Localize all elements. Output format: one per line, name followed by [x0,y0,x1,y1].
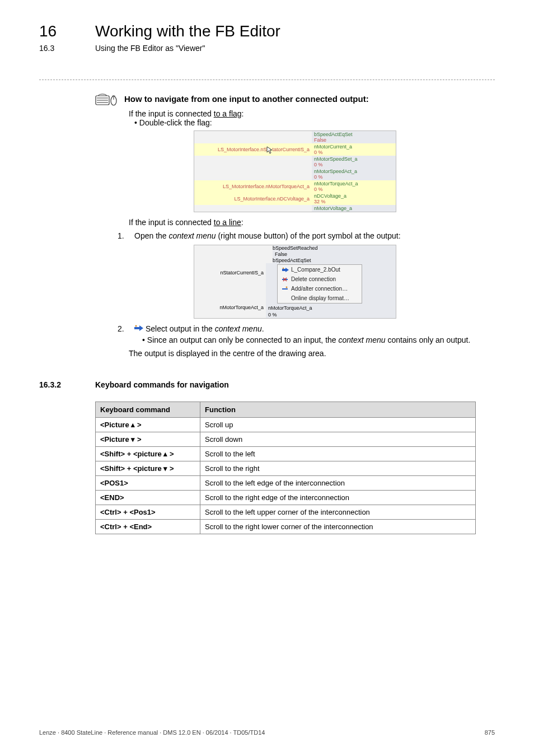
step2-em: context menu [215,324,262,333]
fig1-left-label: LS_MotorInterface.nMotorTorqueAct_a [194,180,312,193]
divider [39,80,495,80]
cell-command: <Ctrl> + <Pos1> [96,505,200,520]
cell-function: Scroll to the left [200,447,476,461]
th-function: Function [200,402,476,418]
case1-tail: : [242,109,244,118]
menu-item-format[interactable]: Online display format… [278,293,362,303]
goto-arrow-icon [134,325,143,332]
case2-intro: If the input is connected [129,218,214,227]
menu-label-goto: L_Compare_2.bOut [291,267,340,273]
fig1-right-cell: bSpeedActEqSetFalse [312,131,396,143]
fig1-right-cell: nMotorSpeedAct_a0 % [312,168,396,180]
fig2-bottom-val: 0 % [268,312,277,318]
case2-tail: : [241,218,243,227]
howto-text: How to navigate from one input to anothe… [124,94,369,104]
menu-label-delete: Delete connection [291,276,336,282]
fig2-label-2: False [273,251,396,258]
fig1-left-label: LS_MotorInterface.nDCVoltage_a [194,193,312,205]
svg-point-8 [286,286,288,288]
subsection-number: 16.3.2 [39,380,95,389]
fig1-right-cell: nMotorTorqueAct_a0 % [312,180,396,193]
cell-function: Scroll to the right edge of the intercon… [200,491,476,505]
fig1-left-label [194,205,312,212]
case1-line: If the input is connected to a flag: [129,109,495,118]
figure-1: bSpeedActEqSetFalseLS_MotorInterface.nSt… [95,130,495,212]
svg-point-3 [283,267,284,268]
table-row: <Picture ▾ >Scroll down [96,432,476,447]
delete-icon [282,277,288,282]
result-text: The output is displayed in the centre of… [129,349,495,358]
step-2: Select output in the context menu. • Sin… [118,324,495,344]
keyboard-table: Keyboard command Function <Picture ▴ >Sc… [95,402,476,534]
page-number: 875 [485,729,495,736]
step2-bullet-pre: Since an output can only be connected to… [147,335,339,344]
cell-command: <Shift> + <picture ▾ > [96,461,200,476]
fig1-left-label [194,168,312,180]
cell-command: <Picture ▴ > [96,418,200,432]
cell-command: <POS1> [96,476,200,491]
subsection-title: Keyboard commands for navigation [95,380,495,389]
step2-pre: Select output in the [146,324,215,333]
cell-function: Scroll down [200,432,476,447]
menu-item-goto[interactable]: L_Compare_2.bOut [278,265,362,274]
fig1-left-label [194,156,312,168]
case2-underline: to a line [214,218,241,227]
numbered-list-2: Select output in the context menu. • Sin… [118,324,495,344]
fig1-right-cell: nMotorCurrent_a0 % [312,143,396,156]
table-row: <Shift> + <picture ▾ >Scroll to the righ… [96,461,476,476]
step-1: Open the context menu (right mouse butto… [118,231,495,240]
cell-command: <Shift> + <picture ▴ > [96,447,200,461]
fig2-label-3: bSpeedActEqSet [273,258,396,263]
footer: Lenze · 8400 StateLine · Reference manua… [39,729,495,736]
fig1-left-label [194,131,312,143]
cell-function: Scroll to the right lower corner of the … [200,520,476,534]
step1-em: context menu [169,231,216,240]
cell-function: Scroll to the left upper corner of the i… [200,505,476,520]
step2-bullet-em: context menu [339,335,386,344]
table-row: <Ctrl> + <End>Scroll to the right lower … [96,520,476,534]
step2-post: . [262,324,264,333]
case1-intro: If the input is connected [129,109,214,118]
fig1-right-cell: nDCVoltage_a32 % [312,193,396,205]
figure-2: bSpeedSetReached False bSpeedActEqSet nS… [95,245,495,319]
case2-line: If the input is connected to a line: [129,218,495,227]
chapter-title: Working with the FB Editor [95,22,495,40]
fig1-left-label: LS_MotorInterface.nStatorCurrentIS_a [194,143,312,156]
cell-function: Scroll to the left edge of the interconn… [200,476,476,491]
cell-function: Scroll to the right [200,461,476,476]
menu-item-delete[interactable]: Delete connection [278,274,362,284]
fig2-port-2: nMotorTorqueAct_a [196,305,264,310]
step2-bullet-post: contains only an output. [386,335,471,344]
menu-item-add[interactable]: Add/alter connection… [278,284,362,293]
fig2-port-1: nStatorCurrentIS_a [196,270,264,276]
add-icon [282,286,288,292]
numbered-list: Open the context menu (right mouse butto… [118,231,495,240]
svg-point-9 [135,325,137,327]
step1-post: (right mouse button) of the port symbol … [216,231,401,240]
fig1-right-cell: nMotorVoltage_a [312,205,396,212]
fig2-bottom-label: nMotorTorqueAct_a [268,305,312,311]
howto-icon [95,91,119,106]
table-row: <Shift> + <picture ▴ >Scroll to the left [96,447,476,461]
format-icon [282,296,288,301]
table-row: <Ctrl> + <Pos1>Scroll to the left upper … [96,505,476,520]
footer-text: Lenze · 8400 StateLine · Reference manua… [39,729,265,736]
section-title: Using the FB Editor as "Viewer" [95,44,495,53]
cell-command: <Picture ▾ > [96,432,200,447]
case1-underline: to a flag [214,109,242,118]
fig1-right-cell: nMotorSpeedSet_a0 % [312,156,396,168]
table-row: <POS1>Scroll to the left edge of the int… [96,476,476,491]
case1-bullet: Double-click the flag: [134,118,495,127]
cell-function: Scroll up [200,418,476,432]
goto-icon [282,267,288,273]
menu-label-add: Add/alter connection… [291,286,348,292]
fig2-label-1: bSpeedSetReached [273,245,396,251]
howto-heading: How to navigate from one input to anothe… [95,91,495,106]
table-row: <END>Scroll to the right edge of the int… [96,491,476,505]
context-menu[interactable]: L_Compare_2.bOut Delete connection [277,264,362,304]
section-number: 16.3 [39,44,95,53]
chapter-number: 16 [39,22,95,40]
th-command: Keyboard command [96,402,200,418]
cell-command: <Ctrl> + <End> [96,520,200,534]
step1-pre: Open the [134,231,169,240]
